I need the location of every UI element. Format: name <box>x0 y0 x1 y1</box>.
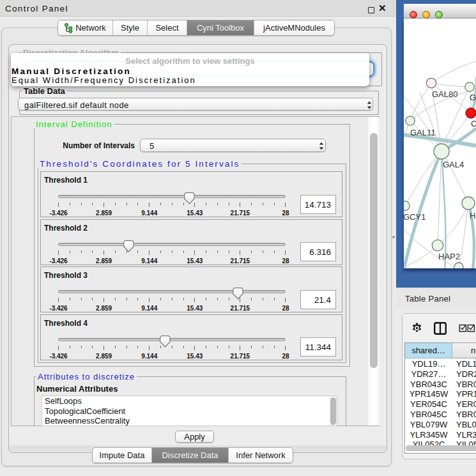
svg-text:H: H <box>470 211 475 220</box>
svg-text:GAL80: GAL80 <box>432 89 457 99</box>
svg-text:C: C <box>471 119 476 128</box>
svg-text:GAL4: GAL4 <box>443 160 464 169</box>
svg-text:GA: GA <box>470 93 476 102</box>
svg-text:GCY1: GCY1 <box>404 212 426 222</box>
svg-text:GAL11: GAL11 <box>410 128 436 137</box>
svg-text:HAP2: HAP2 <box>438 252 460 261</box>
